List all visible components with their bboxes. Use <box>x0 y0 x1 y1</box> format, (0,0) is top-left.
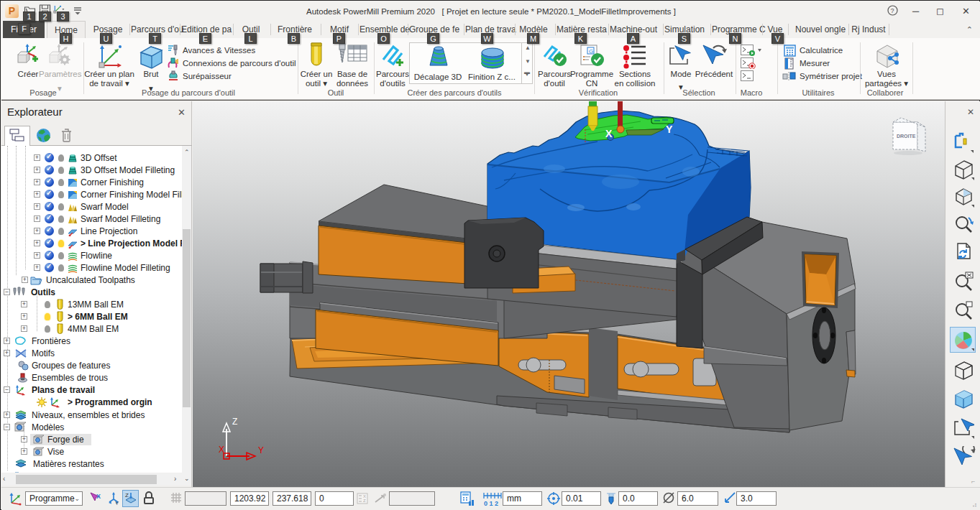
svg-text:Z: Z <box>363 499 366 503</box>
svg-text:G: G <box>589 48 593 55</box>
svg-text:X: X <box>96 493 101 500</box>
svg-text:X: X <box>605 128 613 139</box>
svg-text:Z: Z <box>232 417 237 427</box>
svg-text:Z: Z <box>125 492 129 499</box>
svg-text:DROITE: DROITE <box>897 134 916 139</box>
svg-text:0 1 2: 0 1 2 <box>484 500 498 506</box>
svg-text:?: ? <box>891 7 894 14</box>
svg-text:Y: Y <box>666 124 673 135</box>
svg-text:Y: Y <box>115 500 119 506</box>
svg-text:Y: Y <box>258 445 264 455</box>
svg-text:X: X <box>219 445 224 455</box>
